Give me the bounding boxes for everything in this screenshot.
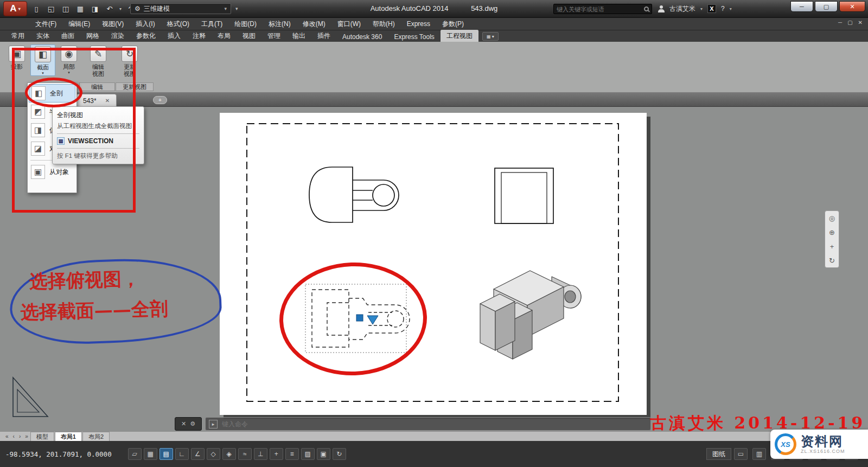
navigation-bar: ◎ ⊕ + ↻ [825, 210, 839, 268]
menu-view[interactable]: 视图(V) [96, 18, 130, 30]
grid-toggle[interactable]: ▤ [159, 448, 173, 460]
command-input[interactable] [222, 420, 647, 428]
quick-view-layouts-icon[interactable]: ▭ [734, 448, 748, 460]
doc-minimize-icon[interactable]: ─ [838, 20, 842, 25]
tab-plugins[interactable]: 插件 [311, 30, 336, 42]
menu-format[interactable]: 格式(O) [161, 18, 195, 30]
tab-surface[interactable]: 曲面 [55, 30, 80, 42]
tab-layout2[interactable]: 布局2 [82, 432, 110, 441]
ortho-toggle[interactable]: ∟ [175, 448, 189, 460]
menu-express[interactable]: Express [401, 18, 436, 30]
menu-file[interactable]: 文件(F) [29, 18, 62, 30]
isometric-view-drawing[interactable] [480, 271, 581, 359]
last-layout-icon[interactable]: » [23, 433, 30, 439]
help-icon[interactable]: ? [721, 5, 725, 12]
exchange-apps-icon[interactable]: X [707, 4, 716, 13]
prev-layout-icon[interactable]: ‹ [11, 433, 17, 439]
menu-help[interactable]: 帮助(H) [367, 18, 401, 30]
menu-edit[interactable]: 编辑(E) [62, 18, 96, 30]
chevron-down-icon[interactable]: ▾ [700, 7, 703, 11]
tab-view[interactable]: 视图 [237, 30, 261, 42]
qat-customize-icon[interactable]: ▾ [235, 6, 238, 11]
tab-solid[interactable]: 实体 [30, 30, 55, 42]
front-view-drawing[interactable] [309, 167, 399, 222]
document-title: 543.dwg [471, 4, 497, 12]
close-icon[interactable]: ✕ [181, 420, 186, 427]
tab-model[interactable]: 模型 [30, 432, 54, 441]
infer-constraints-toggle[interactable]: ▱ [128, 448, 142, 460]
selection-cycling-toggle[interactable]: ↻ [333, 448, 346, 460]
command-line-controls: ✕ ⚙ [175, 417, 202, 431]
new-icon[interactable]: ▯ [31, 4, 41, 14]
menu-insert[interactable]: 插入(I) [130, 18, 161, 30]
lineweight-toggle[interactable]: ≡ [285, 448, 299, 460]
tab-mesh[interactable]: 网格 [80, 30, 105, 42]
quick-properties-toggle[interactable]: ▣ [317, 448, 330, 460]
3d-object-snap-toggle[interactable]: ◈ [222, 448, 236, 460]
new-drawing-tab-button[interactable]: + [153, 96, 167, 104]
layout-paper-sheet[interactable] [220, 113, 647, 415]
menu-tools[interactable]: 工具(T) [195, 18, 228, 30]
help-search-box[interactable] [553, 4, 652, 14]
tab-autodesk360[interactable]: Autodesk 360 [336, 31, 388, 42]
doc-close-icon[interactable]: ✕ [858, 20, 863, 25]
tab-parametric[interactable]: 参数化 [130, 30, 162, 42]
navigation-wheel-icon[interactable]: ◎ [829, 214, 835, 222]
minimize-button[interactable]: ─ [790, 1, 813, 12]
snap-toggle[interactable]: ▦ [144, 448, 157, 460]
search-input[interactable] [557, 6, 644, 12]
transparency-toggle[interactable]: ▨ [301, 448, 315, 460]
orbit-icon[interactable]: ↻ [829, 257, 835, 265]
paper-model-toggle[interactable]: 图纸 [706, 448, 731, 460]
menu-dimension[interactable]: 标注(N) [263, 18, 297, 30]
menu-draw[interactable]: 绘图(D) [228, 18, 263, 30]
pan-icon[interactable]: + [830, 242, 834, 251]
red-annotation-rectangle [12, 48, 136, 213]
tab-express-tools[interactable]: Express Tools [388, 31, 440, 42]
polar-tracking-toggle[interactable]: ∠ [191, 448, 205, 460]
menu-window[interactable]: 窗口(W) [331, 18, 367, 30]
menu-modify[interactable]: 修改(M) [297, 18, 331, 30]
tab-engineering-views[interactable]: 工程视图 [441, 30, 478, 42]
plot-icon[interactable]: ▦ [75, 4, 85, 14]
open-icon[interactable]: ◱ [46, 4, 56, 14]
signed-in-user[interactable]: 古滇艾米 [669, 4, 695, 14]
tab-home[interactable]: 常用 [5, 30, 30, 42]
quick-view-drawings-icon[interactable]: ▥ [752, 448, 766, 460]
red-annotation-circle-menu [25, 78, 82, 107]
plot-preview-icon[interactable]: ◨ [90, 4, 100, 14]
zoom-icon[interactable]: ⊕ [829, 228, 835, 236]
customize-wrench-icon[interactable]: ⚙ [190, 420, 195, 427]
doc-restore-icon[interactable]: ▢ [847, 20, 852, 25]
tab-output[interactable]: 输出 [286, 30, 311, 42]
tab-layout1[interactable]: 布局1 [55, 432, 82, 441]
dynamic-ucs-toggle[interactable]: ⊥ [254, 448, 267, 460]
tab-render[interactable]: 渲染 [105, 30, 130, 42]
side-view-drawing[interactable] [495, 168, 553, 223]
dynamic-input-toggle[interactable]: + [270, 448, 283, 460]
ribbon-tab-bar: 常用 实体 曲面 网格 渲染 参数化 插入 注释 布局 视图 管理 输出 插件 … [0, 30, 868, 42]
tab-layout[interactable]: 布局 [212, 30, 237, 42]
autocad-window: A▾ ▯ ◱ ◫ ▦ ◨ ↶ ▾ ↷ ▾ ⚙ 三维建模 ▾ ▾ Autodesk… [0, 0, 868, 467]
next-layout-icon[interactable]: › [17, 433, 23, 439]
object-snap-toggle[interactable]: ◇ [207, 448, 220, 460]
chevron-down-icon[interactable]: ▾ [730, 7, 732, 11]
tab-annotate[interactable]: 注释 [187, 30, 212, 42]
first-layout-icon[interactable]: « [3, 433, 11, 439]
drawing-views [220, 113, 647, 415]
tab-manage[interactable]: 管理 [261, 30, 286, 42]
ribbon-minimize-icon[interactable]: ▦ ▾ [482, 32, 499, 41]
application-menu-button[interactable]: A▾ [3, 1, 27, 16]
menu-parametric[interactable]: 参数(P) [436, 18, 470, 30]
undo-dropdown-icon[interactable]: ▾ [119, 7, 122, 11]
command-input-area[interactable]: ▸ [205, 417, 651, 431]
maximize-button[interactable]: ▢ [815, 1, 838, 12]
undo-icon[interactable]: ↶ [105, 4, 114, 14]
tab-insert[interactable]: 插入 [162, 30, 187, 42]
workspace-switcher[interactable]: ⚙ 三维建模 ▾ [130, 3, 231, 14]
close-button[interactable]: ✕ [839, 1, 865, 12]
quick-access-toolbar: ▯ ◱ ◫ ▦ ◨ ↶ ▾ ↷ ▾ [31, 4, 143, 14]
object-snap-tracking-toggle[interactable]: ≈ [238, 448, 252, 460]
search-icon[interactable] [644, 7, 649, 11]
save-icon[interactable]: ◫ [61, 4, 71, 14]
